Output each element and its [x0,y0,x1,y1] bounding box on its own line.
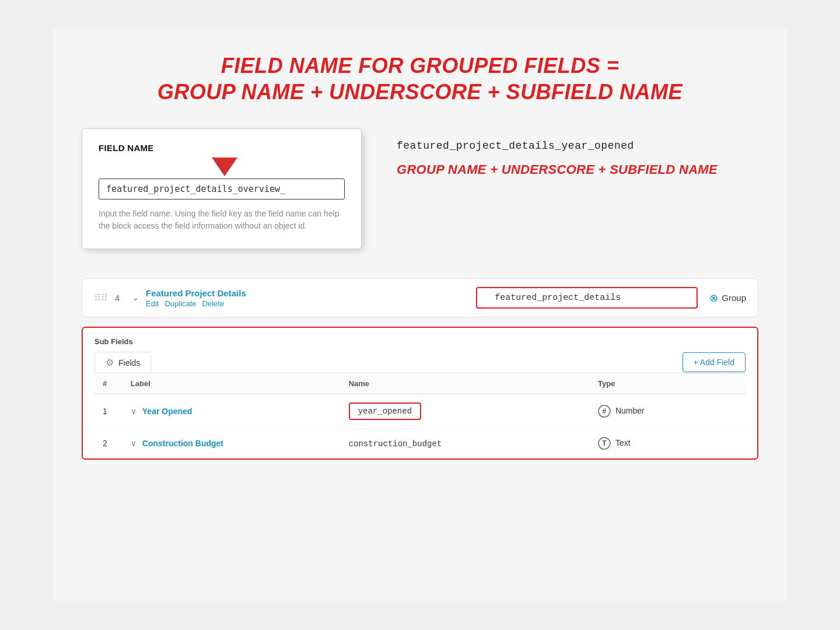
row-label-link[interactable]: Construction Budget [142,439,223,448]
row-label-link[interactable]: Year Opened [142,407,192,416]
drag-handle-icon[interactable]: ⠿⠿ [94,292,108,303]
page-title: FIELD NAME FOR GROUPED FIELDS = GROUP NA… [82,52,758,105]
table-row: 2∨Construction Budgetconstruction_budget… [94,429,746,459]
row-label: Featured Project Details [146,288,246,298]
row-name-cell: year_opened [341,394,590,429]
edit-action[interactable]: Edit [146,299,159,308]
duplicate-action[interactable]: Duplicate [164,299,196,308]
field-name-plain: construction_budget [349,439,442,449]
row-label-cell: ∨Year Opened [123,394,341,429]
field-name-input[interactable] [99,178,345,200]
formula-label: GROUP NAME + UNDERSCORE + SUBFIELD NAME [397,162,758,177]
down-arrow-icon [212,158,237,176]
field-hint-text: Input the field name. Using the field ke… [99,208,345,232]
type-label: Number [615,406,645,415]
featured-project-row: ⠿⠿ 4 ⌄ Featured Project Details Edit Dup… [82,279,758,317]
chevron-icon[interactable]: ⌄ [132,293,139,302]
right-explanation: featured_project_details_year_opened GRO… [397,128,758,177]
example-field-name: featured_project_details_year_opened [397,140,758,152]
subfields-tab-row: ⚙ Fields + Add Field [94,352,746,373]
subfields-label: Sub Fields [94,337,746,346]
type-icon: T [598,437,611,450]
row-label-group: Featured Project Details Edit Duplicate … [146,288,246,308]
row-number: 4 [115,293,127,303]
col-name: Name [341,373,590,394]
row-number-cell: 1 [94,394,123,429]
group-icon-symbol: ⊗ [709,292,718,304]
row-type-cell: TText [590,429,746,459]
row-type-cell: #Number [590,394,746,429]
subfields-area: Sub Fields ⚙ Fields + Add Field # Label … [82,327,758,460]
row-number-cell: 2 [94,429,123,459]
fields-tab-icon: ⚙ [106,357,114,368]
group-type-badge: ⊗ Group [709,292,746,304]
row-label-cell: ∨Construction Budget [123,429,341,459]
page-container: FIELD NAME FOR GROUPED FIELDS = GROUP NA… [52,29,788,601]
add-field-button-label: + Add Field [694,358,734,367]
fields-table: # Label Name Type 1∨Year Openedyear_open… [94,373,746,459]
chevron-icon[interactable]: ∨ [131,439,136,448]
featured-project-row-wrapper: ⠿⠿ 4 ⌄ Featured Project Details Edit Dup… [82,278,758,317]
type-label: Text [615,438,631,447]
subfields-section: Sub Fields ⚙ Fields + Add Field # Label … [82,327,758,460]
chevron-icon[interactable]: ∨ [131,407,136,416]
table-header-row: # Label Name Type [94,373,746,394]
row-right: featured_project_details ⊗ Group [476,287,746,309]
type-icon: # [598,405,611,418]
delete-action[interactable]: Delete [202,299,225,308]
table-row: 1∨Year Openedyear_opened#Number [94,394,746,429]
fields-tab-label: Fields [118,358,140,368]
field-card: FIELD NAME Input the field name. Using t… [82,128,362,249]
row-name-cell: construction_budget [341,429,590,459]
group-type-label: Group [722,293,746,303]
row-actions: Edit Duplicate Delete [146,299,246,308]
col-type: Type [590,373,746,394]
col-number: # [94,373,123,394]
fields-tab[interactable]: ⚙ Fields [94,352,151,373]
field-card-label: FIELD NAME [99,143,345,153]
arrow-indicator [104,158,345,176]
col-label: Label [123,373,341,394]
field-key-box: featured_project_details [476,287,698,309]
add-field-button[interactable]: + Add Field [682,352,746,372]
field-name-highlighted: year_opened [349,402,421,420]
top-section: FIELD NAME Input the field name. Using t… [82,128,758,249]
